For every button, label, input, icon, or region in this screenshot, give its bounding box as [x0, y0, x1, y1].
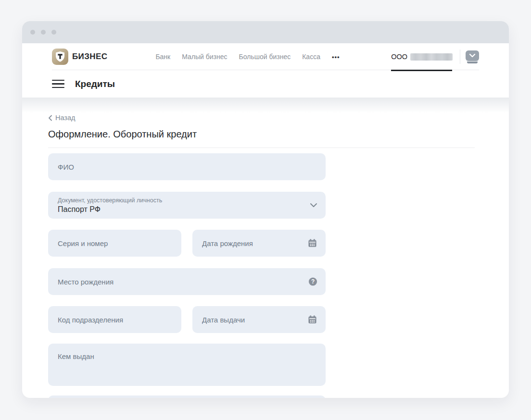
issued-by-field-wrap	[48, 344, 326, 386]
identity-document-select[interactable]: Документ, удостоверяющий личность Паспор…	[48, 192, 326, 219]
button-shadow	[467, 62, 478, 63]
brand-name: БИЗНЕС	[72, 52, 107, 62]
series-number-input[interactable]	[48, 230, 181, 257]
nav-item-big-business[interactable]: Большой бизнес	[239, 53, 291, 61]
t-bank-logo-icon	[52, 49, 68, 65]
window-dot	[51, 30, 56, 35]
calendar-icon[interactable]	[307, 238, 317, 248]
birth-date-input[interactable]	[192, 230, 326, 257]
brand-logo[interactable]: БИЗНЕС	[52, 49, 107, 65]
birth-date-field-wrap	[192, 230, 326, 257]
question-circle-icon[interactable]: ?	[308, 277, 317, 286]
chevron-left-icon	[48, 115, 52, 121]
org-name-redacted	[410, 53, 453, 61]
nav-item-bank[interactable]: Банк	[155, 53, 170, 61]
browser-window: БИЗНЕС Банк Малый бизнес Большой бизнес …	[22, 21, 509, 398]
top-bar: БИЗНЕС Банк Малый бизнес Большой бизнес …	[22, 43, 509, 70]
divider	[460, 49, 460, 64]
division-code-input[interactable]	[48, 306, 181, 333]
partially-visible-field[interactable]	[48, 395, 326, 398]
identity-document-label: Документ, удостоверяющий личность	[58, 197, 303, 204]
nav-item-kassa[interactable]: Касса	[302, 53, 320, 61]
back-label: Назад	[55, 114, 76, 122]
full-name-input[interactable]	[48, 153, 326, 180]
issued-by-textarea[interactable]	[48, 344, 326, 386]
account-area: ООО	[391, 43, 479, 70]
identity-document-value: Паспорт РФ	[58, 205, 303, 214]
page-title: Оформление. Оборотный кредит	[48, 128, 483, 140]
menu-bar: Кредиты	[22, 70, 509, 98]
calendar-icon[interactable]	[307, 315, 317, 325]
nav-more-button[interactable]: •••	[332, 53, 340, 61]
active-account-underline	[391, 70, 452, 71]
chevron-down-icon	[310, 203, 317, 208]
back-link[interactable]: Назад	[48, 114, 76, 122]
main-nav: Банк Малый бизнес Большой бизнес Касса •…	[155, 53, 340, 61]
browser-chrome	[22, 21, 509, 43]
chevron-down-icon	[469, 53, 476, 58]
credit-application-form: Документ, удостоверяющий личность Паспор…	[48, 153, 326, 398]
full-name-field-wrap	[48, 153, 326, 180]
account-selector[interactable]: ООО	[391, 53, 453, 61]
window-dot	[30, 30, 35, 35]
account-dropdown	[466, 50, 479, 63]
account-dropdown-button[interactable]	[466, 50, 479, 61]
section-title: Кредиты	[75, 79, 115, 89]
series-number-field-wrap	[48, 230, 181, 257]
issue-date-input[interactable]	[192, 306, 326, 333]
issue-date-field-wrap	[192, 306, 326, 333]
birth-place-input[interactable]	[48, 268, 326, 295]
svg-text:?: ?	[311, 278, 315, 285]
title-divider	[48, 148, 475, 148]
org-prefix: ООО	[391, 53, 407, 61]
nav-item-small-business[interactable]: Малый бизнес	[182, 53, 227, 61]
birth-place-field-wrap: ?	[48, 268, 326, 295]
page-content: Назад Оформление. Оборотный кредит Докум…	[22, 98, 509, 398]
window-dot	[41, 30, 46, 35]
hamburger-menu-icon[interactable]	[52, 80, 64, 88]
division-code-field-wrap	[48, 306, 181, 333]
